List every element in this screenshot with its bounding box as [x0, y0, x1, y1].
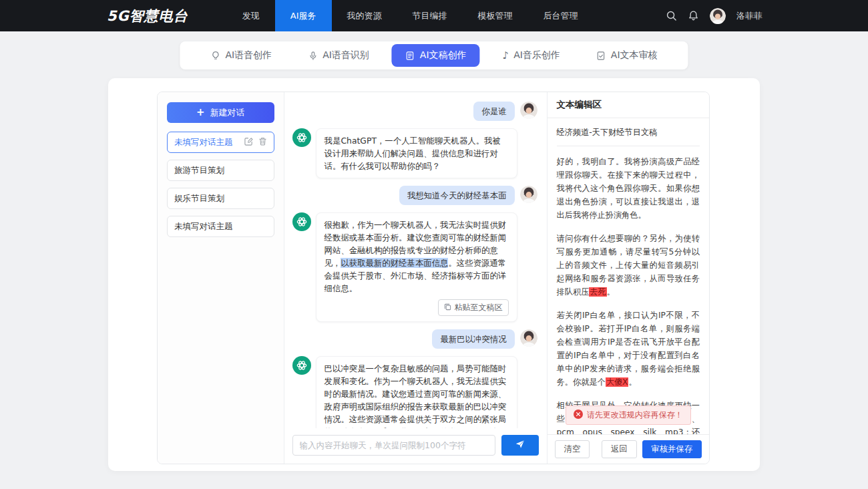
tab-label: AI文本审核 — [611, 49, 658, 61]
text-editor-panel: 文本编辑区 经济频道-天下财经节目文稿 好的，我明白了。我将扮演高级产品经理跟你… — [548, 92, 709, 464]
conversation-actions — [244, 137, 267, 148]
voice-icon — [308, 51, 318, 61]
editor-content[interactable]: 经济频道-天下财经节目文稿 好的，我明白了。我将扮演高级产品经理跟你聊天。在接下… — [548, 118, 709, 434]
main-card: + 新建对话 未填写对话主题 旅游节目策划 娱乐节目策划 未填写对话主题 — [108, 78, 760, 471]
chat-message-user: 最新巴以冲突情况 — [292, 329, 537, 349]
editor-paragraph: 请问你有什么想要聊的？另外，为使转写服务更加通畅，请尽量转写5分钟以上的音频文件… — [557, 232, 700, 299]
top-navbar: 5G智慧电台 发现 AI服务 我的资源 节目编排 模板管理 后台管理 洛菲菲 — [0, 0, 868, 31]
main-nav: 发现 AI服务 我的资源 节目编排 模板管理 后台管理 — [227, 0, 594, 31]
nav-right: 洛菲菲 — [666, 8, 763, 24]
paper-plane-icon — [515, 439, 525, 452]
conversation-item[interactable]: 未填写对话主题 — [167, 216, 274, 237]
conversation-title: 旅游节目策划 — [174, 165, 224, 176]
workspace: + 新建对话 未填写对话主题 旅游节目策划 娱乐节目策划 未填写对话主题 — [157, 92, 710, 464]
trash-icon[interactable] — [258, 137, 267, 148]
brand-logo: 5G智慧电台 — [107, 7, 188, 25]
new-chat-label: 新建对话 — [210, 107, 245, 119]
conversation-item[interactable]: 旅游节目策划 — [167, 160, 274, 181]
tab-label: AI语音识别 — [322, 49, 369, 61]
tab-ai-music-creation[interactable]: ♪ AI音乐创作 — [489, 44, 574, 67]
bulb-icon — [210, 51, 220, 61]
tab-label: AI文稿创作 — [420, 49, 467, 61]
user-message-bubble: 你是谁 — [473, 102, 514, 121]
conversation-item[interactable]: 娱乐节目策划 — [167, 188, 274, 209]
paste-to-draft-button[interactable]: 粘贴至文稿区 — [438, 299, 509, 316]
document-icon — [405, 51, 415, 61]
bell-icon[interactable] — [688, 10, 699, 21]
chat-message-bot: 巴以冲突是一个复杂且敏感的问题，局势可能随时发展和变化。作为一个聊天机器人，我无… — [292, 356, 537, 428]
chat-panel: 你是谁 我是ChatGPT，一个人工智能聊天机器人。我被设计用来帮助人们解决问题… — [284, 92, 548, 464]
editor-panel-title: 文本编辑区 — [548, 92, 709, 118]
bot-message-bubble: 我是ChatGPT，一个人工智能聊天机器人。我被设计用来帮助人们解决问题、提供信… — [316, 128, 517, 178]
nav-item-ai-services[interactable]: AI服务 — [275, 0, 332, 31]
tab-ai-voice-recognition[interactable]: AI语音识别 — [294, 44, 383, 67]
bot-message-bubble: 巴以冲突是一个复杂且敏感的问题，局势可能随时发展和变化。作为一个聊天机器人，我无… — [316, 356, 517, 428]
message-list[interactable]: 你是谁 我是ChatGPT，一个人工智能聊天机器人。我被设计用来帮助人们解决问题… — [284, 92, 547, 428]
user-avatar — [520, 102, 537, 119]
tab-ai-script-creation[interactable]: AI文稿创作 — [392, 44, 480, 67]
bot-message-bubble: 很抱歉，作为一个聊天机器人，我无法实时提供财经数据或基本面分析。建议您查阅可靠的… — [316, 212, 517, 322]
chat-message-bot: 我是ChatGPT，一个人工智能聊天机器人。我被设计用来帮助人们解决问题、提供信… — [292, 128, 537, 178]
nav-item-my-resources[interactable]: 我的资源 — [332, 0, 397, 31]
paste-button-label: 粘贴至文稿区 — [455, 302, 503, 313]
tab-ai-text-review[interactable]: AI文本审核 — [583, 44, 671, 67]
chatgpt-logo-icon — [292, 128, 311, 147]
plus-icon: + — [196, 108, 205, 118]
violation-warning: 请先更改违规内容再保存！ — [566, 405, 691, 425]
user-message-bubble: 我想知道今天的财经基本面 — [399, 186, 515, 205]
nav-item-discover[interactable]: 发现 — [227, 0, 275, 31]
music-icon: ♪ — [503, 49, 509, 61]
nav-item-admin[interactable]: 后台管理 — [528, 0, 594, 31]
send-button[interactable] — [501, 435, 539, 456]
warning-text: 请先更改违规内容再保存！ — [587, 410, 683, 421]
back-button[interactable]: 返回 — [602, 440, 637, 458]
conversation-item-active[interactable]: 未填写对话主题 — [167, 132, 274, 153]
violation-text: 去死 — [589, 287, 606, 297]
chat-message-user: 你是谁 — [292, 102, 537, 121]
conversation-title: 娱乐节目策划 — [174, 193, 224, 204]
user-message-bubble: 最新巴以冲突情况 — [432, 329, 514, 349]
nav-item-template-management[interactable]: 模板管理 — [463, 0, 528, 31]
selected-text: 以获取最新的财经基本面信息 — [341, 258, 448, 268]
editor-paragraph: 若关闭IP白名单，接口认为IP不限，不会校验IP。若打开IP白名单，则服务端会检… — [557, 309, 700, 389]
chatgpt-logo-icon — [292, 356, 311, 375]
copy-icon — [444, 303, 451, 313]
tab-label: AI音乐创作 — [513, 49, 560, 61]
paste-row: 粘贴至文稿区 — [324, 299, 509, 316]
chat-message-bot: 很抱歉，作为一个聊天机器人，我无法实时提供财经数据或基本面分析。建议您查阅可靠的… — [292, 212, 537, 322]
doc-check-icon — [596, 51, 606, 61]
chat-message-user: 我想知道今天的财经基本面 — [292, 186, 537, 205]
user-avatar — [520, 329, 537, 347]
user-avatar — [520, 186, 537, 203]
user-avatar[interactable] — [710, 8, 726, 24]
chat-input-bar — [284, 428, 547, 464]
error-icon — [574, 410, 583, 421]
service-tabbar: AI语音创作 AI语音识别 AI文稿创作 ♪ AI音乐创作 AI文本审核 — [180, 41, 688, 69]
tab-label: AI语音创作 — [225, 49, 272, 61]
edit-icon[interactable] — [244, 137, 253, 148]
review-and-save-button[interactable]: 审核并保存 — [642, 440, 702, 458]
conversation-title: 未填写对话主题 — [174, 137, 233, 148]
violation-text: 大傻X — [606, 377, 629, 387]
conversation-sidebar: + 新建对话 未填写对话主题 旅游节目策划 娱乐节目策划 未填写对话主题 — [158, 92, 284, 464]
editor-footer: 清空 返回 审核并保存 — [548, 434, 709, 464]
tab-ai-voice-creation[interactable]: AI语音创作 — [197, 44, 285, 67]
chat-input[interactable] — [292, 435, 495, 456]
new-chat-button[interactable]: + 新建对话 — [167, 102, 274, 123]
divider — [557, 146, 700, 146]
document-title: 经济频道-天下财经节目文稿 — [557, 127, 700, 138]
chatgpt-logo-icon — [292, 212, 311, 231]
username[interactable]: 洛菲菲 — [736, 10, 763, 22]
search-icon[interactable] — [666, 10, 677, 21]
editor-paragraph: 好的，我明白了。我将扮演高级产品经理跟你聊天。在接下来的聊天过程中，我将代入这个… — [557, 155, 700, 222]
conversation-title: 未填写对话主题 — [174, 221, 233, 232]
clear-button[interactable]: 清空 — [555, 440, 590, 458]
nav-item-program-arrangement[interactable]: 节目编排 — [397, 0, 463, 31]
